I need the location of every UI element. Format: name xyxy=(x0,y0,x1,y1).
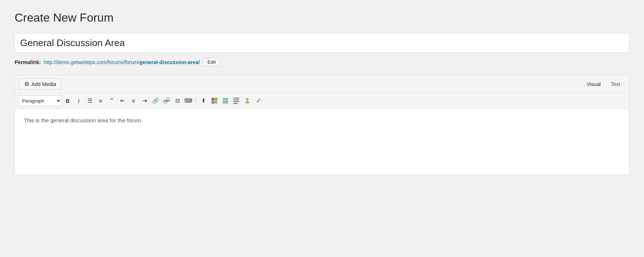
color-grid-button[interactable] xyxy=(209,96,220,106)
editor-toolbar: Paragraph Heading 1 Heading 2 Heading 3 … xyxy=(15,93,629,109)
blockquote-button[interactable]: " xyxy=(106,96,117,106)
tab-visual[interactable]: Visual xyxy=(581,80,606,89)
insert-button[interactable]: ⬆ xyxy=(198,96,209,106)
permalink-label: Permalink: xyxy=(15,59,41,65)
view-tabs: Visual Text xyxy=(581,80,625,89)
editor-content[interactable]: This is the general discussion area for … xyxy=(15,109,629,175)
permalink-row: Permalink: http://demo.getwebtips.com/fo… xyxy=(15,58,629,66)
unordered-list-icon: ☰ xyxy=(87,97,92,104)
hr-button[interactable]: ⊟ xyxy=(172,96,183,106)
link-icon: 🔗 xyxy=(152,97,159,104)
align-left-button[interactable]: ⇤ xyxy=(117,96,128,106)
fullscreen-button[interactable]: ⤢ xyxy=(253,96,263,106)
align-center-button[interactable]: ≡ xyxy=(128,96,139,106)
menu-button[interactable] xyxy=(231,96,242,106)
editor-topbar: ⚙ Add Media Visual Text xyxy=(15,75,629,93)
ordered-list-button[interactable]: ≡ xyxy=(96,96,106,106)
align-center-icon: ≡ xyxy=(132,98,135,104)
unlink-icon: 🔗 xyxy=(163,97,170,104)
columns-button[interactable] xyxy=(220,96,231,106)
fullscreen-icon: ⤢ xyxy=(256,97,261,104)
hr-icon: ⊟ xyxy=(175,97,180,104)
paragraph-select[interactable]: Paragraph Heading 1 Heading 2 Heading 3 … xyxy=(18,95,62,106)
add-media-label: Add Media xyxy=(31,81,56,87)
blockquote-icon: " xyxy=(111,97,113,105)
toolbar-divider-1 xyxy=(196,96,196,105)
align-left-icon: ⇤ xyxy=(120,97,125,104)
bold-icon: B xyxy=(66,98,70,104)
italic-icon: I xyxy=(78,98,79,104)
permalink-edit-button[interactable]: Edit xyxy=(203,58,220,66)
table-icon: ⌨ xyxy=(184,97,192,104)
svg-point-1 xyxy=(246,101,250,104)
add-media-button[interactable]: ⚙ Add Media xyxy=(19,78,61,90)
hamburger-icon xyxy=(233,98,239,104)
align-right-button[interactable]: ⇥ xyxy=(139,96,150,106)
insert-icon: ⬆ xyxy=(201,97,206,104)
editor-container: ⚙ Add Media Visual Text Paragraph Headin… xyxy=(15,75,629,175)
ordered-list-icon: ≡ xyxy=(99,98,102,104)
italic-button[interactable]: I xyxy=(74,96,84,106)
page-title: Create New Forum xyxy=(15,11,629,25)
table-button[interactable]: ⌨ xyxy=(183,96,194,106)
tab-text[interactable]: Text xyxy=(606,80,625,89)
avatar-button[interactable] xyxy=(242,96,252,106)
add-media-icon: ⚙ xyxy=(24,81,29,87)
link-button[interactable]: 🔗 xyxy=(150,96,161,106)
align-right-icon: ⇥ xyxy=(142,97,147,104)
svg-point-0 xyxy=(246,98,248,101)
unordered-list-button[interactable]: ☰ xyxy=(85,96,95,106)
bold-button[interactable]: B xyxy=(63,96,73,106)
color-grid-icon xyxy=(211,98,217,104)
columns-icon xyxy=(222,98,228,103)
permalink-link[interactable]: http://demo.getwebtips.com/forums/forum/… xyxy=(44,59,200,65)
user-icon xyxy=(244,97,251,104)
unlink-button[interactable]: 🔗 xyxy=(161,96,172,106)
forum-title-input[interactable] xyxy=(15,33,629,53)
